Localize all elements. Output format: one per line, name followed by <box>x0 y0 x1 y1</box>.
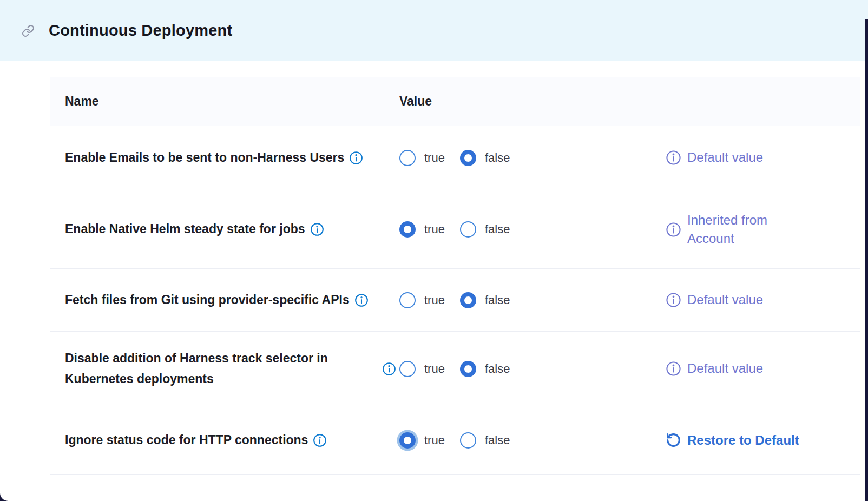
radio-option-false[interactable]: false <box>460 292 510 308</box>
radio-option-false[interactable]: false <box>460 150 510 166</box>
radio-true-label: true <box>424 293 445 307</box>
radio-true-circle[interactable] <box>399 361 416 377</box>
radio-false-circle[interactable] <box>460 150 476 166</box>
setting-name-cell: Disable addition of Harness track select… <box>65 348 399 390</box>
setting-name-label: Enable Native Helm steady state for jobs <box>65 219 305 240</box>
info-icon[interactable] <box>349 151 363 165</box>
radio-false-label: false <box>485 222 510 236</box>
radio-option-true[interactable]: true <box>399 292 445 308</box>
info-circle-icon[interactable] <box>666 150 681 166</box>
status-text: Default value <box>687 291 763 309</box>
radio-option-false[interactable]: false <box>460 221 510 238</box>
radio-option-false[interactable]: false <box>460 432 510 449</box>
info-circle-icon[interactable] <box>666 361 681 377</box>
status-text: Inherited from Account <box>687 211 807 248</box>
table-header-row: Name Value <box>50 77 860 126</box>
setting-status-cell[interactable]: Inherited from Account <box>666 211 845 248</box>
setting-value-cell: true false <box>399 150 510 166</box>
radio-true-label: true <box>424 151 445 165</box>
setting-status-cell[interactable]: Default value <box>666 359 845 378</box>
setting-status-cell[interactable]: Default value <box>666 148 845 167</box>
setting-value-cell: true false <box>399 292 510 308</box>
radio-option-true[interactable]: true <box>399 361 445 377</box>
setting-name-label: Ignore status code for HTTP connections <box>65 430 308 451</box>
info-circle-icon[interactable] <box>666 222 681 238</box>
radio-false-circle[interactable] <box>460 221 476 238</box>
column-header-name: Name <box>65 94 399 109</box>
settings-row: Disable addition of Harness track select… <box>50 332 860 406</box>
radio-false-label: false <box>485 433 510 447</box>
radio-true-circle[interactable] <box>399 150 416 166</box>
setting-status-cell[interactable]: Restore to Default <box>666 431 845 450</box>
radio-true-circle[interactable] <box>399 432 416 449</box>
radio-true-label: true <box>424 362 445 376</box>
settings-row: Ignore status code for HTTP connections … <box>50 406 860 475</box>
radio-true-label: true <box>424 433 445 447</box>
setting-name-cell: Fetch files from Git using provider-spec… <box>65 290 399 311</box>
setting-value-cell: true false <box>399 221 510 238</box>
info-icon[interactable] <box>313 433 327 447</box>
radio-option-false[interactable]: false <box>460 361 510 377</box>
info-icon[interactable] <box>310 222 324 236</box>
info-icon[interactable] <box>354 293 369 307</box>
radio-option-true[interactable]: true <box>399 150 445 166</box>
radio-true-circle[interactable] <box>399 221 416 238</box>
settings-row: Enable Native Helm steady state for jobs… <box>50 190 860 269</box>
radio-false-label: false <box>485 293 510 307</box>
page-title: Continuous Deployment <box>49 22 232 39</box>
radio-false-circle[interactable] <box>460 432 476 449</box>
setting-status-cell[interactable]: Default value <box>666 291 845 309</box>
radio-false-circle[interactable] <box>460 361 476 377</box>
info-icon[interactable] <box>382 362 396 376</box>
radio-true-label: true <box>424 222 445 236</box>
status-text: Restore to Default <box>687 431 799 450</box>
setting-name-cell: Enable Native Helm steady state for jobs <box>65 219 399 240</box>
window-edge <box>865 19 868 501</box>
info-circle-icon[interactable] <box>666 292 681 308</box>
setting-value-cell: true false <box>399 432 510 449</box>
link-icon[interactable] <box>22 24 35 37</box>
settings-row: Enable Emails to be sent to non-Harness … <box>50 126 860 190</box>
radio-false-circle[interactable] <box>460 292 476 308</box>
status-text: Default value <box>687 148 763 167</box>
restore-icon[interactable] <box>666 432 681 448</box>
setting-name-label: Enable Emails to be sent to non-Harness … <box>65 148 344 168</box>
radio-option-true[interactable]: true <box>399 221 445 238</box>
setting-name-cell: Enable Emails to be sent to non-Harness … <box>65 148 399 168</box>
radio-true-circle[interactable] <box>399 292 416 308</box>
settings-rows: Enable Emails to be sent to non-Harness … <box>50 126 860 475</box>
settings-table: Name Value Enable Emails to be sent to n… <box>50 77 860 475</box>
radio-false-label: false <box>485 151 510 165</box>
radio-option-true[interactable]: true <box>399 432 445 449</box>
setting-name-label: Disable addition of Harness track select… <box>65 348 377 390</box>
section-header: Continuous Deployment <box>0 0 868 61</box>
radio-false-label: false <box>485 362 510 376</box>
settings-row: Fetch files from Git using provider-spec… <box>50 269 860 332</box>
status-text: Default value <box>687 359 763 378</box>
setting-value-cell: true false <box>399 361 510 377</box>
setting-name-label: Fetch files from Git using provider-spec… <box>65 290 350 311</box>
setting-name-cell: Ignore status code for HTTP connections <box>65 430 399 451</box>
column-header-value: Value <box>399 94 432 109</box>
